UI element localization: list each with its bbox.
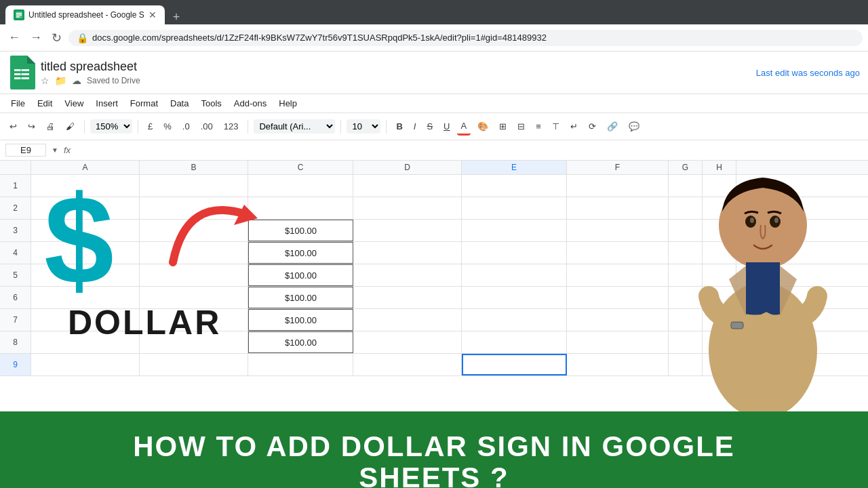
- cell-d5[interactable]: [353, 264, 462, 286]
- currency-pound-button[interactable]: £: [144, 119, 157, 134]
- cell-g9[interactable]: [669, 354, 703, 375]
- cell-b3[interactable]: [140, 220, 248, 241]
- undo-button[interactable]: ↩: [5, 119, 21, 134]
- cell-e9[interactable]: [462, 354, 567, 375]
- cell-e1[interactable]: [462, 175, 567, 197]
- cell-h4[interactable]: [703, 242, 736, 264]
- cell-b8[interactable]: [140, 331, 248, 353]
- cell-e4[interactable]: [462, 242, 567, 264]
- cell-c6[interactable]: $100.00: [248, 287, 353, 308]
- fill-color-button[interactable]: 🎨: [473, 119, 492, 134]
- cell-d2[interactable]: [353, 197, 462, 219]
- decimal-decrease-button[interactable]: .0: [178, 119, 194, 134]
- menu-addons[interactable]: Add-ons: [229, 96, 272, 111]
- cell-a3[interactable]: [31, 220, 140, 241]
- cell-a1[interactable]: [31, 175, 140, 197]
- menu-tools[interactable]: Tools: [195, 96, 226, 111]
- cell-f5[interactable]: [567, 264, 669, 286]
- cell-h3[interactable]: [703, 220, 736, 241]
- cell-a5[interactable]: [31, 264, 140, 286]
- menu-edit[interactable]: Edit: [32, 96, 58, 111]
- cell-a7[interactable]: [31, 309, 140, 331]
- merge-button[interactable]: ⊟: [513, 119, 529, 134]
- last-edit-text[interactable]: Last edit was seconds ago: [756, 68, 860, 78]
- cell-ref-dropdown[interactable]: ▼: [52, 146, 58, 154]
- rotate-button[interactable]: ⟳: [585, 119, 600, 134]
- cell-g5[interactable]: [669, 264, 703, 286]
- new-tab-button[interactable]: +: [167, 10, 186, 24]
- row-num-8[interactable]: 8: [0, 331, 31, 353]
- underline-button[interactable]: U: [439, 119, 454, 134]
- menu-data[interactable]: Data: [165, 96, 194, 111]
- col-header-a[interactable]: A: [31, 161, 140, 174]
- cloud-icon[interactable]: ☁: [72, 75, 81, 86]
- cell-b1[interactable]: [140, 175, 248, 197]
- cell-h5[interactable]: [703, 264, 736, 286]
- cell-f4[interactable]: [567, 242, 669, 264]
- cell-g7[interactable]: [669, 309, 703, 331]
- cell-f7[interactable]: [567, 309, 669, 331]
- cell-e5[interactable]: [462, 264, 567, 286]
- cell-e3[interactable]: [462, 220, 567, 241]
- cell-f9[interactable]: [567, 354, 669, 375]
- borders-button[interactable]: ⊞: [495, 119, 511, 134]
- cell-a8[interactable]: [31, 331, 140, 353]
- folder-icon[interactable]: 📁: [55, 75, 66, 86]
- redo-button[interactable]: ↪: [24, 119, 39, 134]
- cell-h1[interactable]: [703, 175, 736, 197]
- menu-view[interactable]: View: [59, 96, 89, 111]
- cell-a9[interactable]: [31, 354, 140, 375]
- cell-c4[interactable]: $100.00: [248, 242, 353, 264]
- formula-input[interactable]: [76, 145, 863, 155]
- strikethrough-button[interactable]: S: [422, 119, 437, 134]
- row-num-6[interactable]: 6: [0, 287, 31, 308]
- row-num-5[interactable]: 5: [0, 264, 31, 286]
- col-header-d[interactable]: D: [353, 161, 462, 174]
- col-header-g[interactable]: G: [669, 161, 703, 174]
- col-header-f[interactable]: F: [567, 161, 669, 174]
- tab-close-btn[interactable]: ✕: [149, 9, 157, 20]
- row-num-1[interactable]: 1: [0, 175, 31, 197]
- star-icon[interactable]: ☆: [41, 75, 50, 86]
- reload-button[interactable]: ↻: [49, 28, 64, 48]
- cell-a4[interactable]: [31, 242, 140, 264]
- back-button[interactable]: ←: [5, 28, 23, 47]
- italic-button[interactable]: I: [410, 119, 420, 134]
- cell-d9[interactable]: [353, 354, 462, 375]
- cell-h7[interactable]: [703, 309, 736, 331]
- cell-d7[interactable]: [353, 309, 462, 331]
- print-button[interactable]: 🖨: [42, 119, 59, 134]
- cell-a6[interactable]: [31, 287, 140, 308]
- font-select[interactable]: Default (Ari...: [254, 119, 335, 134]
- paint-format-button[interactable]: 🖌: [62, 119, 79, 134]
- align-button[interactable]: ≡: [532, 119, 545, 134]
- cell-b9[interactable]: [140, 354, 248, 375]
- cell-c1[interactable]: [248, 175, 353, 197]
- cell-h8[interactable]: [703, 331, 736, 353]
- col-header-e[interactable]: E: [462, 161, 567, 174]
- cell-c3[interactable]: $100.00: [248, 220, 353, 241]
- cell-f1[interactable]: [567, 175, 669, 197]
- link-button[interactable]: 🔗: [603, 119, 622, 134]
- cell-f8[interactable]: [567, 331, 669, 353]
- cell-c7[interactable]: $100.00: [248, 309, 353, 331]
- cell-g2[interactable]: [669, 197, 703, 219]
- cell-e7[interactable]: [462, 309, 567, 331]
- menu-format[interactable]: Format: [125, 96, 163, 111]
- col-header-c[interactable]: C: [248, 161, 353, 174]
- cell-f2[interactable]: [567, 197, 669, 219]
- cell-d3[interactable]: [353, 220, 462, 241]
- cell-g4[interactable]: [669, 242, 703, 264]
- cell-b2[interactable]: [140, 197, 248, 219]
- percent-button[interactable]: %: [159, 119, 176, 134]
- app-title[interactable]: titled spreadsheet: [41, 60, 140, 74]
- cell-c2[interactable]: [248, 197, 353, 219]
- cell-f6[interactable]: [567, 287, 669, 308]
- cell-g8[interactable]: [669, 331, 703, 353]
- cell-d4[interactable]: [353, 242, 462, 264]
- address-bar[interactable]: 🔒 docs.google.com/spreadsheets/d/1ZzF24f…: [68, 30, 863, 46]
- cell-b7[interactable]: [140, 309, 248, 331]
- cell-reference-input[interactable]: [5, 144, 46, 157]
- font-size-select[interactable]: 10: [347, 119, 380, 134]
- cell-h6[interactable]: [703, 287, 736, 308]
